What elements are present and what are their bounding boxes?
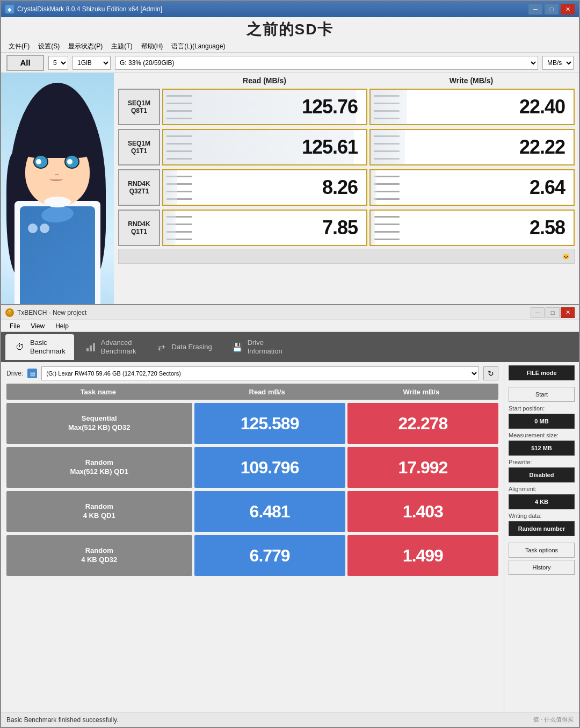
start-pos-value[interactable]: 0 MB — [509, 414, 575, 429]
drive-type-icon: ▤ — [27, 369, 37, 378]
tx-table-header: Task name Read mB/s Write mB/s — [6, 384, 498, 400]
meas-size-value[interactable]: 512 MB — [509, 441, 575, 456]
bench-write-1: 22.22 — [369, 129, 575, 165]
svg-rect-0 — [86, 348, 89, 351]
crystal-title-left: ◆ CrystalDiskMark 8.0.4 Shizuku Edition … — [5, 5, 162, 13]
data-erasing-icon: ⇄ — [156, 341, 168, 353]
bench-bar-lines-3w — [371, 211, 403, 245]
txbench-body: Drive: ▤ (G:) Lexar RW470 59.46 GB (124,… — [1, 362, 579, 712]
tx-bench-row-3: Random 4 KB QD32 6.779 1.499 — [6, 535, 498, 576]
crystal-maximize-button[interactable]: □ — [545, 4, 559, 15]
tx-row-label-2: Random 4 KB QD1 — [6, 491, 192, 532]
bench-read-val-0: 125.76 — [302, 96, 358, 118]
meas-size-label: Measurement size: — [509, 432, 575, 438]
txbench-menu-file[interactable]: File — [5, 321, 24, 331]
tx-row-label-3: Random 4 KB QD32 — [6, 535, 192, 576]
tx-row-label-0: Sequential Max(512 KB) QD32 — [6, 403, 192, 444]
crystal-menu-file[interactable]: 文件(F) — [4, 41, 34, 52]
crystal-count-select[interactable]: 539 — [48, 56, 68, 70]
tab-basic-benchmark[interactable]: ⏱ BasicBenchmark — [5, 334, 74, 360]
advanced-benchmark-icon — [85, 341, 97, 353]
bench-header: Read (MB/s) Write (MB/s) — [118, 76, 575, 86]
crystal-close-button[interactable]: ✕ — [561, 4, 575, 15]
tab-drive-info-label: DriveInformation — [248, 338, 282, 355]
txbench-tabs: ⏱ BasicBenchmark AdvancedBenchmark ⇄ Dat… — [1, 332, 579, 362]
tx-write-0: 22.278 — [347, 403, 498, 444]
crystal-drive-select[interactable]: G: 33% (20/59GiB) — [115, 56, 538, 70]
prewrite-value[interactable]: Disabled — [509, 467, 575, 482]
tx-bench-row-2: Random 4 KB QD1 6.481 1.403 — [6, 491, 498, 532]
txbench-main: Drive: ▤ (G:) Lexar RW470 59.46 GB (124,… — [1, 362, 504, 712]
tab-basic-label: BasicBenchmark — [30, 338, 66, 355]
txbench-minimize-button[interactable]: ─ — [531, 307, 545, 318]
crystal-title-text: CrystalDiskMark 8.0.4 Shizuku Edition x6… — [17, 5, 162, 13]
alignment-label: Alignment: — [509, 486, 575, 492]
tx-read-1: 109.796 — [194, 447, 345, 488]
crystal-menu-help[interactable]: 帮助(H) — [137, 41, 168, 52]
txbench-statusbar: Basic Benchmark finished successfully. 值… — [1, 712, 579, 727]
status-text: Basic Benchmark finished successfully. — [6, 716, 119, 724]
drive-refresh-button[interactable]: ↻ — [483, 366, 498, 380]
txbench-title-text: TxBENCH - New project — [17, 309, 86, 316]
writing-data-value[interactable]: Random number — [509, 521, 575, 536]
bench-row-2: RND4K Q32T1 8.26 2.64 — [118, 168, 575, 207]
bench-write-val-0: 22.40 — [519, 96, 565, 118]
bench-write-val-2: 2.64 — [530, 176, 565, 199]
file-mode-button[interactable]: FILE mode — [509, 365, 575, 380]
bench-label-3: RND4K Q1T1 — [118, 210, 160, 246]
bench-read-val-1: 125.61 — [302, 136, 358, 158]
crystal-all-button[interactable]: All — [6, 55, 44, 71]
history-button[interactable]: History — [509, 560, 575, 575]
drive-select-row: Drive: ▤ (G:) Lexar RW470 59.46 GB (124,… — [6, 366, 498, 380]
tab-data-erasing[interactable]: ⇄ Data Erasing — [147, 334, 221, 360]
tab-drive-information[interactable]: 💾 DriveInformation — [223, 334, 291, 360]
txbench-titlebar: ⏱ TxBENCH - New project ─ □ ✕ — [1, 305, 579, 320]
crystal-menubar: 文件(F) 设置(S) 显示状态(P) 主题(T) 帮助(H) 语言(L)(La… — [1, 41, 579, 53]
crystal-anime-panel — [1, 73, 114, 305]
status-right: 值 · 什么值得买 — [533, 716, 574, 724]
crystal-big-title: 之前的SD卡 — [1, 17, 579, 41]
crystal-menu-language[interactable]: 语言(L)(Language) — [167, 41, 229, 52]
tx-write-1: 17.992 — [347, 447, 498, 488]
bench-write-3: 2.58 — [369, 210, 575, 246]
bench-bar-3w — [371, 211, 375, 245]
crystal-unit-select[interactable]: MB/sGB/s — [542, 56, 574, 70]
bench-bar-2r — [163, 170, 177, 205]
bench-read-3: 7.85 — [162, 210, 367, 246]
alignment-value[interactable]: 4 KB — [509, 494, 575, 509]
txbench-close-button[interactable]: ✕ — [561, 307, 575, 318]
crystal-menu-settings[interactable]: 设置(S) — [34, 41, 64, 52]
txbench-menu-view[interactable]: View — [26, 321, 49, 331]
bench-read-val-2: 8.26 — [322, 176, 358, 199]
crystal-minimize-button[interactable]: ─ — [528, 4, 542, 15]
txbench-maximize-button[interactable]: □ — [546, 307, 560, 318]
bench-read-2: 8.26 — [162, 169, 367, 206]
crystal-titlebar: ◆ CrystalDiskMark 8.0.4 Shizuku Edition … — [1, 1, 579, 17]
txbench-window-controls: ─ □ ✕ — [531, 307, 575, 318]
crystal-window-controls: ─ □ ✕ — [528, 4, 575, 15]
crystal-menu-theme[interactable]: 主题(T) — [107, 41, 136, 52]
crystal-menu-display[interactable]: 显示状态(P) — [64, 41, 107, 52]
txbench-menu-help[interactable]: Help — [51, 321, 73, 331]
th-task-name: Task name — [6, 388, 190, 396]
bench-footer: 🐱 — [118, 249, 575, 264]
bench-write-0: 22.40 — [369, 89, 575, 125]
bench-row-0: SEQ1M Q8T1 125.76 22.40 — [118, 88, 575, 126]
tx-write-2: 1.403 — [347, 491, 498, 532]
read-header: Read (MB/s) — [200, 76, 329, 85]
txbench-window: ⏱ TxBENCH - New project ─ □ ✕ File View … — [0, 305, 580, 728]
bench-label-1: SEQ1M Q1T1 — [118, 129, 160, 165]
drive-select[interactable]: (G:) Lexar RW470 59.46 GB (124,702,720 S… — [41, 366, 479, 380]
bench-bar-2w — [371, 170, 376, 205]
tx-bench-row-0: Sequential Max(512 KB) QD32 125.589 22.2… — [6, 403, 498, 444]
drive-label: Drive: — [6, 370, 23, 377]
crystal-size-select[interactable]: 1GiB512MiB4GiB — [73, 56, 111, 70]
task-options-button[interactable]: Task options — [509, 543, 575, 558]
start-button[interactable]: Start — [509, 387, 575, 402]
bench-label-0: SEQ1M Q8T1 — [118, 89, 160, 125]
tab-advanced-benchmark[interactable]: AdvancedBenchmark — [76, 334, 145, 360]
bench-read-1: 125.61 — [162, 129, 367, 165]
bench-row-1: SEQ1M Q1T1 125.61 22.22 — [118, 128, 575, 167]
tab-advanced-label: AdvancedBenchmark — [101, 338, 136, 355]
tx-read-3: 6.779 — [194, 535, 345, 576]
